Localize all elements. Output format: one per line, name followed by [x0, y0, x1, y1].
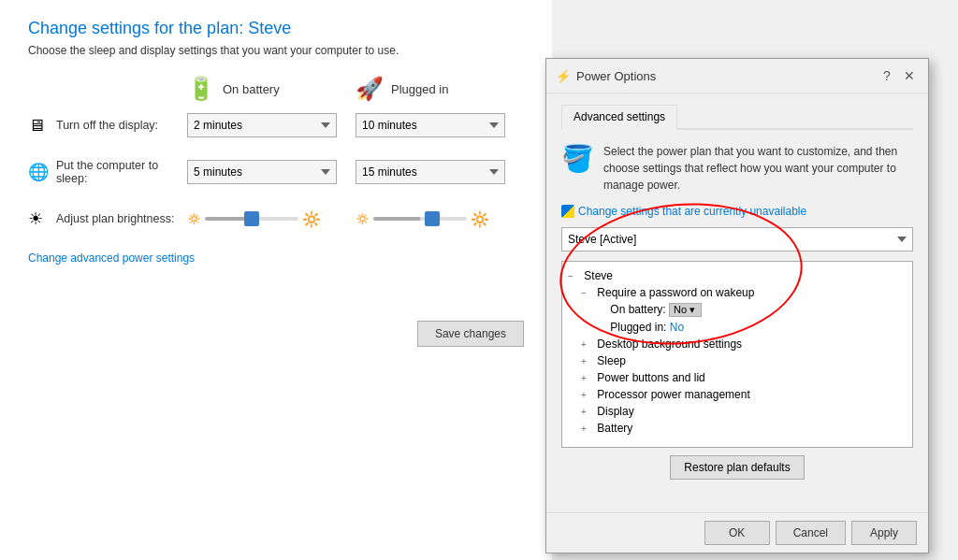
tree-expand-power-buttons: +: [581, 373, 594, 383]
save-changes-button[interactable]: Save changes: [417, 321, 524, 347]
change-unavailable-settings-link[interactable]: Change settings that are currently unava…: [561, 205, 913, 218]
page-subtitle: Choose the sleep and display settings th…: [28, 44, 524, 57]
brightness-pluggedin-slider-container: 🔅 🔆: [356, 210, 505, 228]
tree-item-sleep[interactable]: + Sleep: [568, 352, 907, 369]
tree-expand-sleep: +: [581, 356, 594, 366]
sleep-pluggedin-dropdown[interactable]: 15 minutes 20 minutes 30 minutes Never: [356, 160, 505, 184]
battery-column-header: 🔋 On battery: [187, 76, 356, 102]
sun-large-battery: 🔆: [302, 210, 321, 228]
tree-expand-on-battery: [594, 305, 607, 315]
tree-label-steve: Steve: [584, 269, 613, 282]
tree-item-on-battery[interactable]: On battery: No ▾: [568, 301, 907, 319]
power-options-icon: ⚡: [556, 69, 571, 83]
power-options-dialog: ⚡ Power Options ? ✕ Advanced settings 🪣 …: [545, 58, 929, 553]
tree-expand-require-password: −: [581, 288, 594, 298]
brightness-controls: 🔅 🔆 🔅 🔆: [187, 210, 505, 228]
change-link-text: Change settings that are currently unava…: [578, 205, 806, 218]
cancel-button[interactable]: Cancel: [776, 521, 846, 545]
brightness-battery-slider[interactable]: [205, 217, 298, 221]
brightness-battery-slider-container: 🔅 🔆: [187, 210, 337, 228]
tree-label-plugged-in: Plugged in:: [610, 321, 669, 334]
tab-advanced-settings[interactable]: Advanced settings: [561, 105, 677, 130]
sun-small-battery: 🔅: [187, 212, 201, 225]
apply-button[interactable]: Apply: [851, 521, 917, 545]
dialog-titlebar: ⚡ Power Options ? ✕: [546, 59, 928, 93]
brightness-row: ☀ Adjust plan brightness: 🔅 🔆 🔅 🔆: [28, 205, 524, 233]
battery-label: On battery: [223, 82, 280, 96]
settings-tree-view[interactable]: − Steve − Require a password on wakeup O…: [561, 261, 913, 448]
power-options-watering-icon: 🪣: [561, 143, 594, 174]
dialog-footer: OK Cancel Apply: [546, 512, 928, 553]
pluggedin-column-header: 🚀 Plugged in: [356, 76, 524, 102]
advanced-power-settings-link[interactable]: Change advanced power settings: [28, 251, 524, 265]
column-headers: 🔋 On battery 🚀 Plugged in: [187, 76, 524, 102]
tree-label-display: Display: [597, 405, 633, 418]
tree-item-battery[interactable]: + Battery: [568, 420, 907, 437]
tree-item-plugged-in[interactable]: Plugged in: No: [568, 319, 907, 336]
tree-label-power-buttons: Power buttons and lid: [597, 371, 704, 384]
main-settings-page: Change settings for the plan: Steve Choo…: [0, 0, 552, 560]
close-button[interactable]: ✕: [900, 66, 919, 85]
page-title: Change settings for the plan: Steve: [28, 19, 524, 38]
tree-item-processor[interactable]: + Processor power management: [568, 386, 907, 403]
plan-select-dropdown[interactable]: Steve [Active] Balanced Power saver High…: [561, 227, 913, 251]
sun-small-pluggedin: 🔅: [356, 212, 370, 225]
tree-label-require-password: Require a password on wakeup: [597, 286, 754, 299]
tree-item-power-buttons[interactable]: + Power buttons and lid: [568, 369, 907, 386]
tree-expand-battery: +: [581, 424, 594, 434]
display-icon: 🖥: [28, 116, 56, 136]
pluggedin-label: Plugged in: [391, 82, 448, 96]
info-text: Select the power plan that you want to c…: [603, 143, 913, 194]
battery-icon: 🔋: [187, 76, 215, 102]
tree-label-on-battery: On battery:: [610, 303, 669, 316]
sun-large-pluggedin: 🔆: [471, 210, 489, 228]
tree-expand-desktop-bg: +: [581, 339, 594, 350]
sleep-controls: 5 minutes 10 minutes 15 minutes Never 15…: [187, 160, 505, 184]
turn-off-display-label: Turn off the display:: [56, 119, 187, 132]
tree-label-sleep: Sleep: [597, 354, 626, 367]
tree-expand-steve: −: [568, 271, 581, 281]
restore-plan-defaults-button[interactable]: Restore plan defaults: [670, 455, 804, 480]
turn-off-display-row: 🖥 Turn off the display: 2 minutes 5 minu…: [28, 111, 524, 139]
sleep-icon: 🌐: [28, 162, 56, 182]
tree-expand-display: +: [581, 407, 594, 417]
brightness-label: Adjust plan brightness:: [56, 212, 187, 225]
plugged-in-value: No: [670, 321, 684, 334]
brightness-pluggedin-slider[interactable]: [373, 217, 467, 221]
tree-label-processor: Processor power management: [597, 388, 749, 401]
turn-off-display-pluggedin-dropdown[interactable]: 10 minutes 15 minutes 20 minutes Never: [356, 113, 505, 137]
dialog-title-text: Power Options: [576, 69, 656, 83]
on-battery-inline-dropdown[interactable]: No ▾: [669, 303, 702, 317]
info-section: 🪣 Select the power plan that you want to…: [561, 143, 913, 194]
tree-item-desktop-bg[interactable]: + Desktop background settings: [568, 336, 907, 352]
tree-label-desktop-bg: Desktop background settings: [597, 337, 742, 351]
sleep-row: 🌐 Put the computer to sleep: 5 minutes 1…: [28, 158, 524, 186]
tree-expand-plugged-in: [594, 323, 607, 333]
ok-button[interactable]: OK: [704, 521, 770, 545]
tree-item-display[interactable]: + Display: [568, 403, 907, 420]
dialog-title-controls: ? ✕: [878, 66, 919, 85]
tree-expand-processor: +: [581, 390, 594, 400]
shield-icon: [561, 205, 574, 218]
brightness-icon: ☀: [28, 208, 56, 229]
tab-bar: Advanced settings: [561, 105, 913, 130]
turn-off-display-battery-dropdown[interactable]: 2 minutes 5 minutes 10 minutes 15 minute…: [187, 113, 337, 137]
plan-dropdown-container: Steve [Active] Balanced Power saver High…: [561, 227, 913, 251]
dialog-title-left: ⚡ Power Options: [556, 69, 656, 83]
tree-label-battery: Battery: [597, 422, 632, 435]
pluggedin-icon: 🚀: [356, 76, 384, 102]
tree-item-require-password[interactable]: − Require a password on wakeup: [568, 284, 907, 301]
sleep-label: Put the computer to sleep:: [56, 159, 187, 185]
sleep-battery-dropdown[interactable]: 5 minutes 10 minutes 15 minutes Never: [187, 160, 337, 184]
dialog-body: Advanced settings 🪣 Select the power pla…: [546, 93, 928, 491]
turn-off-display-controls: 2 minutes 5 minutes 10 minutes 15 minute…: [187, 113, 505, 137]
tree-item-steve[interactable]: − Steve: [568, 267, 907, 284]
help-button[interactable]: ?: [878, 66, 896, 85]
